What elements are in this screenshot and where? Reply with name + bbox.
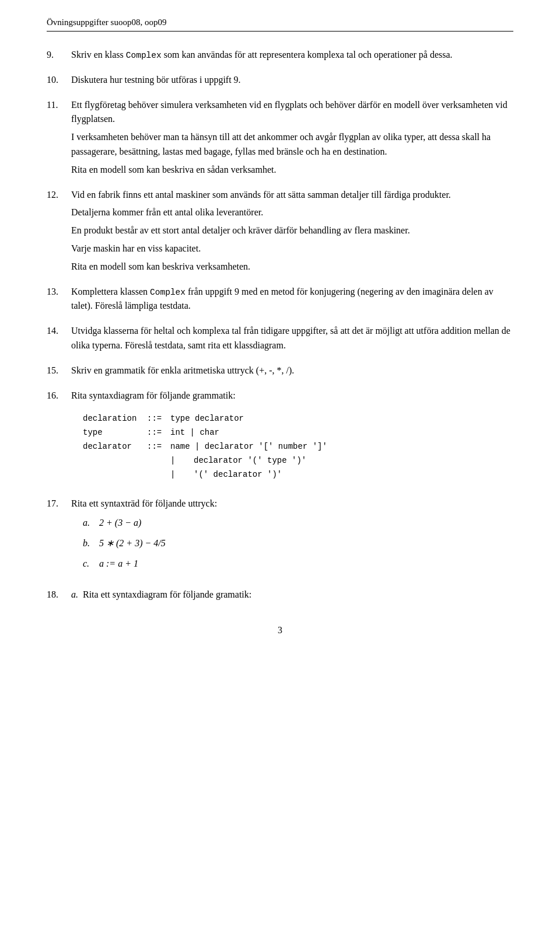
exercise-9: 9. Skriv en klass Complex som kan använd…: [47, 48, 513, 62]
grammar-block: declaration ::= type declarator type ::=…: [83, 412, 513, 481]
ex12-p3: En produkt består av ett stort antal det…: [71, 224, 513, 238]
grammar-continuation-1: | declarator '(' type ')': [83, 454, 513, 468]
grammar-lhs-type: type: [83, 426, 147, 440]
ex11-p3: Rita en modell som kan beskriva en sådan…: [71, 163, 513, 177]
sub-label-17a: a.: [83, 516, 94, 530]
header-title: Övningsuppgifter suoop08, oop09: [47, 18, 166, 27]
exercise-13: 13. Komplettera klassen Complex från upp…: [47, 285, 513, 314]
grammar-rhs-type: int | char: [170, 426, 513, 440]
exercise-number-13: 13.: [47, 285, 71, 314]
exercise-text-16: Rita syntaxdiagram för följande grammati…: [71, 389, 513, 487]
complex-code-1: Complex: [126, 51, 162, 60]
exercise-12: 12. Vid en fabrik finns ett antal maskin…: [47, 188, 513, 274]
exercise-text-9: Skriv en klass Complex som kan användas …: [71, 48, 513, 62]
grammar-lhs-declaration: declaration: [83, 412, 147, 426]
exercise-text-15: Skriv en grammatik för enkla aritmetiska…: [71, 364, 513, 378]
exercise-text-12: Vid en fabrik finns ett antal maskiner s…: [71, 188, 513, 274]
grammar-cont-rhs-1: declarator '(' type ')': [194, 454, 306, 468]
ex17-intro: Rita ett syntaxträd för följande uttryck…: [71, 497, 513, 511]
exercise-number-14: 14.: [47, 324, 71, 353]
grammar-row-type: type ::= int | char: [83, 426, 513, 440]
exercise-text-14: Utvidga klasserna för heltal och komplex…: [71, 324, 513, 353]
sub-exercises-17: a. 2 + (3 − a) b. 5 ∗ (2 + 3) − 4/5 c. a…: [83, 516, 513, 571]
sub-item-17b: b. 5 ∗ (2 + 3) − 4/5: [83, 536, 513, 551]
grammar-row-declarator: declarator ::= name | declarator '[' num…: [83, 440, 513, 454]
grammar-cont-rhs-2: '(' declarator ')': [194, 468, 282, 482]
ex18-p1: a. Rita ett syntaxdiagram för följande g…: [71, 588, 513, 602]
exercise-17: 17. Rita ett syntaxträd för följande utt…: [47, 497, 513, 577]
exercise-number-9: 9.: [47, 48, 71, 62]
complex-code-2: Complex: [150, 288, 186, 297]
ex12-p5: Rita en modell som kan beskriva verksamh…: [71, 260, 513, 274]
grammar-op-3: ::=: [147, 440, 170, 454]
exercise-15: 15. Skriv en grammatik för enkla aritmet…: [47, 364, 513, 378]
exercise-number-11: 11.: [47, 98, 71, 177]
grammar-op-2: ::=: [147, 426, 170, 440]
page-container: Övningsuppgifter suoop08, oop09 9. Skriv…: [0, 0, 560, 939]
ex11-p1: Ett flygföretag behöver simulera verksam…: [71, 98, 513, 127]
exercise-11: 11. Ett flygföretag behöver simulera ver…: [47, 98, 513, 177]
exercise-text-10: Diskutera hur testning bör utföras i upp…: [71, 73, 513, 88]
exercise-number-12: 12.: [47, 188, 71, 274]
exercise-text-11: Ett flygföretag behöver simulera verksam…: [71, 98, 513, 177]
sub-item-17c: c. a := a + 1: [83, 557, 513, 571]
ex16-intro: Rita syntaxdiagram för följande grammati…: [71, 389, 513, 403]
page-header: Övningsuppgifter suoop08, oop09: [47, 18, 513, 32]
grammar-continuation-2: | '(' declarator ')': [83, 468, 513, 482]
sub-label-17b: b.: [83, 536, 94, 551]
sub-item-17a: a. 2 + (3 − a): [83, 516, 513, 530]
grammar-cont-op-2: |: [170, 468, 194, 482]
sub-text-17b: 5 ∗ (2 + 3) − 4/5: [99, 536, 166, 551]
ex12-p2: Detaljerna kommer från ett antal olika l…: [71, 205, 513, 220]
exercise-number-17: 17.: [47, 497, 71, 577]
exercise-18: 18. a. Rita ett syntaxdiagram för följan…: [47, 588, 513, 602]
exercise-text-18: a. Rita ett syntaxdiagram för följande g…: [71, 588, 513, 602]
grammar-lhs-declarator: declarator: [83, 440, 147, 454]
grammar-cont-op-1: |: [170, 454, 194, 468]
grammar-rhs-declaration: type declarator: [170, 412, 513, 426]
sub-label-17c: c.: [83, 557, 94, 571]
ex12-p4: Varje maskin har en viss kapacitet.: [71, 242, 513, 256]
exercise-number-15: 15.: [47, 364, 71, 378]
exercise-14: 14. Utvidga klasserna för heltal och kom…: [47, 324, 513, 353]
exercise-text-13: Komplettera klassen Complex från uppgift…: [71, 285, 513, 314]
content: 9. Skriv en klass Complex som kan använd…: [47, 48, 513, 602]
exercise-number-10: 10.: [47, 73, 71, 88]
sub-text-17c: a := a + 1: [99, 557, 138, 571]
ex11-p2: I verksamheten behöver man ta hänsyn til…: [71, 130, 513, 159]
grammar-op-1: ::=: [147, 412, 170, 426]
page-number-text: 3: [278, 625, 282, 635]
exercise-16: 16. Rita syntaxdiagram för följande gram…: [47, 389, 513, 487]
ex12-p1: Vid en fabrik finns ett antal maskiner s…: [71, 188, 513, 203]
exercise-number-18: 18.: [47, 588, 71, 602]
exercise-number-16: 16.: [47, 389, 71, 487]
exercise-text-17: Rita ett syntaxträd för följande uttryck…: [71, 497, 513, 577]
grammar-rhs-declarator: name | declarator '[' number ']': [170, 440, 513, 454]
page-number: 3: [47, 625, 513, 636]
exercise-10: 10. Diskutera hur testning bör utföras i…: [47, 73, 513, 88]
grammar-row-declaration: declaration ::= type declarator: [83, 412, 513, 426]
sub-text-17a: 2 + (3 − a): [99, 516, 141, 530]
